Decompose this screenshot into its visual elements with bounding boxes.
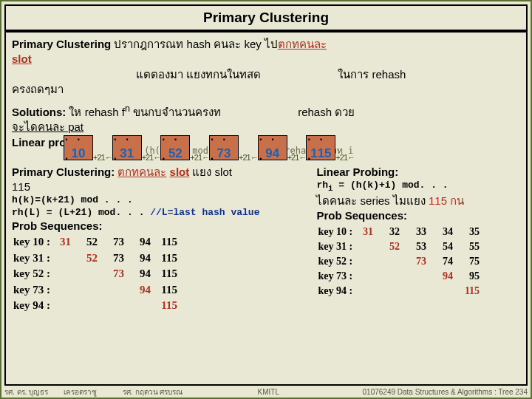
seq-table-left: key 10 :31527394115 key 31 :527394115 ke…: [12, 233, 188, 315]
slide: Primary Clustering Primary Clustering ปร…: [0, 0, 532, 399]
table-row: key 52 :737475: [318, 255, 488, 268]
table-row: key 73 :9495: [318, 270, 488, 283]
arr-box-4: . . .73: [209, 135, 239, 160]
left-column: Primary Clustering: ตกทคนละ slot แยง slo…: [12, 165, 310, 315]
arrow-1: +21←: [93, 153, 112, 162]
arrow-5: +21←: [287, 153, 307, 162]
arr-box-3: . . .52: [160, 135, 190, 160]
code-right: rhi = (h(k)+i) mod. . .: [316, 180, 520, 194]
arrow-4: +21←: [239, 153, 258, 162]
footer-author1: รศ. ดร. บุญธร: [4, 386, 64, 398]
arrow-2: +21←: [142, 153, 161, 162]
array-row: . . .10 +21← . . .31 +21← . . .52 +21← .…: [64, 132, 520, 163]
footer: รศ. ดร. บุญธร เครอตราชู รศ. กฤตวน ศรบรณ …: [4, 386, 528, 398]
table-row: key 73 :94115: [13, 283, 186, 298]
arr-box-6: . . .115: [306, 135, 335, 160]
code-left: h(k)=(k+21) mod . . . rh(L) = (L+21) mod…: [12, 194, 310, 219]
footer-author2: เครอตราชู: [64, 386, 123, 398]
right-heading: Linear Probing:: [316, 165, 520, 180]
term: Primary Clustering: [12, 38, 111, 50]
footer-author3: รศ. กฤตวน ศรบรณ: [123, 386, 241, 398]
prob-seq-heading-left: Prob Sequences:: [12, 219, 310, 233]
footer-course: 01076249 Data Structures & Algorithms : …: [285, 388, 528, 396]
para-definition: Primary Clustering ปรากฎการณท hash คนละ …: [12, 37, 520, 97]
table-row: key 10 :3132333435: [318, 225, 488, 239]
table-row: key 52 :7394115: [13, 267, 186, 282]
table-row: key 31 :527394115: [13, 251, 186, 266]
title-bar: Primary Clustering: [4, 4, 528, 31]
arrow-6: +21←: [335, 153, 355, 162]
prob-seq-heading-right: Prob Sequences:: [316, 208, 520, 223]
underline-1: ตกทคนละ: [278, 38, 327, 50]
table-row: key 10 :31527394115: [13, 235, 186, 250]
arr-box-2: . . .31: [112, 135, 142, 160]
arr-box-1: . . .10: [64, 135, 93, 160]
seq-table-right: key 10 :3132333435 key 31 :52535455 key …: [316, 224, 490, 300]
body: Primary Clustering ปรากฎการณท hash คนละ …: [4, 31, 528, 386]
title-text: Primary Clustering: [203, 10, 329, 26]
underline-2: slot: [12, 52, 32, 65]
columns: Primary Clustering: ตกทคนละ slot แยง slo…: [12, 165, 520, 315]
table-row: key 31 :52535455: [318, 240, 488, 253]
arr-box-5: . . .94: [258, 135, 287, 160]
footer-inst: KMITL: [241, 388, 285, 396]
right-column: Linear Probing: rhi = (h(k)+i) mod. . . …: [310, 165, 520, 315]
table-row: key 94 :115: [318, 284, 488, 298]
arrow-3: +21←: [190, 153, 209, 162]
table-row: key 94 :115: [13, 299, 186, 313]
